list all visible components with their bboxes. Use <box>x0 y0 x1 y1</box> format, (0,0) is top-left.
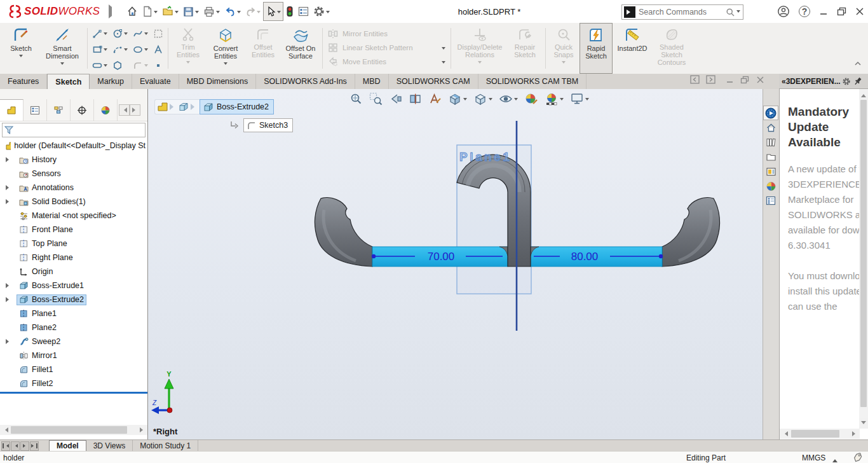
move-entities-button[interactable]: Move Entities <box>325 55 449 69</box>
tree-filter-input[interactable] <box>17 125 145 136</box>
tab-solidworks-cam-tbm[interactable]: SOLIDWORKS CAM TBM <box>478 74 587 89</box>
search-icon[interactable] <box>726 8 735 17</box>
tab-featuremanager[interactable] <box>0 99 24 121</box>
expand-arrow-icon[interactable] <box>6 339 11 344</box>
arc-tool[interactable] <box>110 41 130 57</box>
display-delete-relations-button[interactable]: Display/Delete Relations <box>453 23 506 74</box>
search-dropdown-caret[interactable] <box>736 10 740 15</box>
taskpane-tab-file-explorer[interactable] <box>763 149 778 164</box>
tab-solidworks-cam[interactable]: SOLIDWORKS CAM <box>389 74 478 89</box>
print-button[interactable] <box>201 3 222 20</box>
tree-row-boss-extrude2[interactable]: Boss-Extrude2 <box>0 293 148 307</box>
tab-mbd[interactable]: MBD <box>355 74 389 89</box>
select-tool-button[interactable] <box>263 2 283 21</box>
breadcrumb-feature[interactable]: Boss-Extrude2 <box>200 99 274 114</box>
tree-row-sweep2[interactable]: Sweep2 <box>0 335 148 349</box>
tree-row-boss-extrude1[interactable]: Boss-Extrude1 <box>0 279 148 293</box>
tree-tabs-scroll-right[interactable] <box>130 104 140 116</box>
tab-configurationmanager[interactable] <box>47 99 71 121</box>
tree-tabs-scroll-left[interactable] <box>119 104 130 116</box>
tree-horizontal-scrollbar[interactable] <box>0 425 147 435</box>
sketch-button[interactable]: Sketch <box>3 23 39 74</box>
scroll-up-icon[interactable] <box>859 89 868 99</box>
tag-icon[interactable] <box>853 453 864 462</box>
account-icon[interactable] <box>777 5 790 18</box>
previous-view-button[interactable] <box>388 91 403 107</box>
tree-row-sensors[interactable]: Sensors <box>0 167 148 181</box>
doc-close-icon[interactable] <box>756 76 764 84</box>
breadcrumb-sketch[interactable]: Sketch3 <box>243 118 293 132</box>
taskpane-tab-custom-properties[interactable] <box>763 193 778 208</box>
tab-propertymanager[interactable] <box>24 99 47 121</box>
open-document-button[interactable] <box>160 3 180 20</box>
rectangle-tool[interactable] <box>90 41 110 57</box>
rollback-bar[interactable] <box>0 392 147 394</box>
offset-on-surface-button[interactable]: Offset On Surface <box>281 23 320 74</box>
tab-features[interactable]: Features <box>0 74 47 89</box>
taskpane-tab-home[interactable] <box>763 120 778 135</box>
sketch-visibility-button[interactable] <box>427 91 443 107</box>
scroll-right-icon[interactable] <box>850 429 860 439</box>
new-document-button[interactable] <box>140 3 159 20</box>
tree-row-material[interactable]: Material <not specified> <box>0 209 148 223</box>
search-commands-box[interactable] <box>621 4 743 20</box>
trim-entities-button[interactable]: Trim Entities <box>170 23 206 74</box>
rapid-sketch-button[interactable]: Rapid Sketch <box>580 23 613 74</box>
shaded-sketch-contours-button[interactable]: Shaded Sketch Contours <box>652 23 691 74</box>
expand-arrow-icon[interactable] <box>6 283 11 288</box>
slot-tool[interactable] <box>90 57 110 73</box>
restore-icon[interactable] <box>837 7 846 16</box>
smart-dimension-button[interactable]: Smart Dimension <box>39 23 85 74</box>
status-units[interactable]: MMGS <box>802 453 825 462</box>
tab-model[interactable]: Model <box>49 440 86 451</box>
tab-sketch[interactable]: Sketch <box>47 74 90 90</box>
taskpane-vscroll-thumb[interactable] <box>860 100 867 407</box>
instant2d-button[interactable]: Instant2D <box>613 23 652 74</box>
tree-row-top-plane[interactable]: Top Plane <box>0 237 148 251</box>
view-settings-button[interactable] <box>569 91 590 106</box>
spline-tool[interactable] <box>130 25 151 41</box>
zoom-area-button[interactable] <box>368 91 384 107</box>
tree-row-front-plane[interactable]: Front Plane <box>0 223 148 237</box>
undo-button[interactable] <box>222 3 243 20</box>
dimension-70[interactable]: 70.00 <box>428 251 455 263</box>
taskpane-gear-icon[interactable] <box>842 77 851 86</box>
save-button[interactable] <box>181 3 201 20</box>
first-tab-button[interactable] <box>1 441 10 451</box>
tab-motion-study-1[interactable]: Motion Study 1 <box>133 440 198 451</box>
tree-row-fillet1[interactable]: Fillet1 <box>0 363 148 377</box>
point-tool[interactable] <box>151 57 166 73</box>
dimension-endpoint[interactable] <box>659 254 663 258</box>
sketch-fillet-tool[interactable] <box>130 57 151 73</box>
expand-arrow-icon[interactable] <box>6 157 11 162</box>
tree-row-origin[interactable]: Origin <box>0 265 148 279</box>
search-input[interactable] <box>637 7 726 17</box>
text-tool[interactable] <box>151 41 166 57</box>
sketch-picture-tool[interactable] <box>151 25 166 41</box>
next-pane-icon[interactable] <box>706 75 715 84</box>
polygon-tool[interactable] <box>110 57 130 73</box>
display-style-button[interactable] <box>472 91 494 107</box>
tree-scrollbar-thumb[interactable] <box>11 426 127 434</box>
dimension-80[interactable]: 80.00 <box>571 251 599 263</box>
tab-3d-views[interactable]: 3D Views <box>86 440 133 451</box>
help-icon[interactable]: ? <box>799 6 810 17</box>
options-button[interactable] <box>311 3 332 20</box>
expand-arrow-icon[interactable] <box>6 185 11 190</box>
expand-arrow-icon[interactable] <box>6 199 11 204</box>
part-icon[interactable] <box>156 101 169 113</box>
doc-restore-icon[interactable] <box>740 76 750 84</box>
graphics-viewport[interactable]: 70.00 80.00 Plane1 Y Z <box>148 89 763 439</box>
apply-scene-button[interactable] <box>543 91 565 107</box>
solid-body-icon[interactable] <box>177 101 190 113</box>
circle-tool[interactable] <box>110 25 130 41</box>
tree-row-right-plane[interactable]: Right Plane <box>0 251 148 265</box>
taskpane-tab-appearances[interactable] <box>763 179 778 193</box>
dimension-endpoint[interactable] <box>372 254 376 258</box>
rebuild-button[interactable] <box>284 3 295 20</box>
home-button[interactable] <box>125 3 140 20</box>
repair-sketch-button[interactable]: Repair Sketch <box>506 23 543 74</box>
taskpane-horizontal-scrollbar[interactable] <box>780 429 860 439</box>
tree-row-mirror1[interactable]: Mirror1 <box>0 349 148 363</box>
tab-mbd-dimensions[interactable]: MBD Dimensions <box>179 74 257 89</box>
